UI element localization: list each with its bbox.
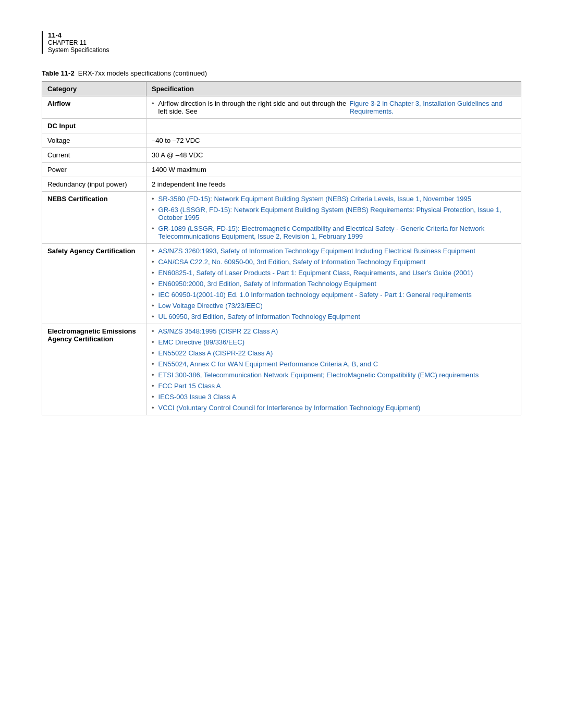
chapter-label: CHAPTER 11 xyxy=(48,39,109,46)
table-header-row: Category Specification xyxy=(42,82,521,96)
spec-bullet-list: Airflow direction is in through the righ… xyxy=(152,100,516,115)
spec-cell: 2 independent line feeds xyxy=(146,177,521,192)
table-row: Voltage–40 to –72 VDC xyxy=(42,133,521,148)
category-cell: Power xyxy=(42,163,146,177)
list-item: GR-63 (LSSGR, FD-15): Network Equipment … xyxy=(152,206,516,221)
table-row: DC Input xyxy=(42,119,521,133)
table-title: Table 11-2 ERX-7xx models specifications… xyxy=(42,69,521,77)
list-item: Low Voltage Directive (73/23/EEC) xyxy=(152,302,516,310)
spec-cell: SR-3580 (FD-15): Network Equipment Build… xyxy=(146,192,521,244)
list-item: SR-3580 (FD-15): Network Equipment Build… xyxy=(152,195,516,203)
category-cell: Airflow xyxy=(42,96,146,119)
table-row: AirflowAirflow direction is in through t… xyxy=(42,96,521,119)
spec-cell: Airflow direction is in through the righ… xyxy=(146,96,521,119)
list-item: GR-1089 (LSSGR, FD-15): Electromagnetic … xyxy=(152,225,516,240)
list-item: FCC Part 15 Class A xyxy=(152,382,516,390)
table-row: Power1400 W maximum xyxy=(42,163,521,177)
spec-cell: AS/NZS 3548:1995 (CISPR 22 Class A)EMC D… xyxy=(146,324,521,415)
table-row: Current30 A @ –48 VDC xyxy=(42,148,521,163)
list-item: EN55024, Annex C for WAN Equipment Perfo… xyxy=(152,360,516,368)
spec-cell xyxy=(146,119,521,133)
list-item: ETSI 300-386, Telecommunication Network … xyxy=(152,371,516,379)
list-item: Airflow direction is in through the righ… xyxy=(152,100,516,115)
table-row: NEBS CertificationSR-3580 (FD-15): Netwo… xyxy=(42,192,521,244)
table-title-bold: Table 11-2 xyxy=(42,69,78,77)
list-item: UL 60950, 3rd Edition, Safety of Informa… xyxy=(152,313,516,320)
list-item: EN55022 Class A (CISPR-22 Class A) xyxy=(152,349,516,357)
chapter-info: 11-4 CHAPTER 11 System Specifications xyxy=(42,31,109,54)
category-cell: Voltage xyxy=(42,133,146,148)
spec-cell: –40 to –72 VDC xyxy=(146,133,521,148)
col-header-specification: Specification xyxy=(146,82,521,96)
category-cell: NEBS Certification xyxy=(42,192,146,244)
list-item: CAN/CSA C22.2, No. 60950-00, 3rd Edition… xyxy=(152,258,516,266)
spec-cell: AS/NZS 3260:1993, Safety of Information … xyxy=(146,244,521,324)
category-cell: DC Input xyxy=(42,119,146,133)
list-item: EN60950:2000, 3rd Edition, Safety of Inf… xyxy=(152,280,516,288)
list-item: EMC Directive (89/336/EEC) xyxy=(152,338,516,346)
category-cell: Redundancy (input power) xyxy=(42,177,146,192)
section-label: System Specifications xyxy=(48,46,109,54)
list-item: AS/NZS 3548:1995 (CISPR 22 Class A) xyxy=(152,327,516,335)
table-row: Redundancy (input power)2 independent li… xyxy=(42,177,521,192)
list-item: EN60825-1, Safety of Laser Products - Pa… xyxy=(152,269,516,277)
list-item: AS/NZS 3260:1993, Safety of Information … xyxy=(152,247,516,255)
category-cell: Electromagnetic Emissions Agency Certifi… xyxy=(42,324,146,415)
page-number: 11-4 xyxy=(48,31,109,39)
spec-cell: 1400 W maximum xyxy=(146,163,521,177)
category-cell: Current xyxy=(42,148,146,163)
specs-table: Category Specification AirflowAirflow di… xyxy=(42,81,521,415)
col-header-category: Category xyxy=(42,82,146,96)
table-row: Electromagnetic Emissions Agency Certifi… xyxy=(42,324,521,415)
page-header: 11-4 CHAPTER 11 System Specifications xyxy=(42,31,521,54)
spec-cell: 30 A @ –48 VDC xyxy=(146,148,521,163)
category-cell: Safety Agency Certification xyxy=(42,244,146,324)
spec-bullet-list: AS/NZS 3260:1993, Safety of Information … xyxy=(152,247,516,320)
list-item: VCCI (Voluntary Control Council for Inte… xyxy=(152,404,516,412)
list-item: IECS-003 Issue 3 Class A xyxy=(152,393,516,401)
spec-bullet-list: SR-3580 (FD-15): Network Equipment Build… xyxy=(152,195,516,240)
spec-bullet-list: AS/NZS 3548:1995 (CISPR 22 Class A)EMC D… xyxy=(152,327,516,412)
list-item: IEC 60950-1(2001-10) Ed. 1.0 Information… xyxy=(152,291,516,299)
table-row: Safety Agency CertificationAS/NZS 3260:1… xyxy=(42,244,521,324)
